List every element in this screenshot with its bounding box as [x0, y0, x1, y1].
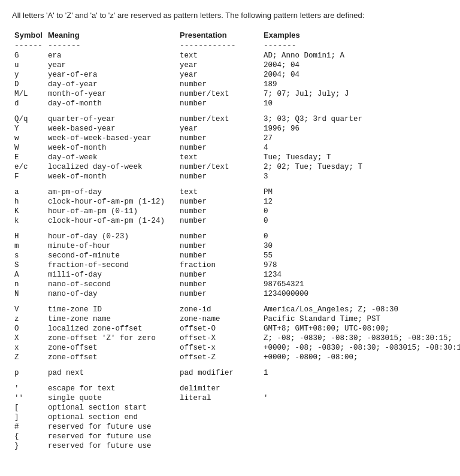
cell-meaning: optional section end — [48, 413, 180, 422]
cell-presentation: number — [180, 99, 264, 108]
table-row: x zone-offset offset-x +0000; -08; -0830… — [12, 343, 460, 353]
divider-examples: ------- — [264, 40, 460, 51]
table-row: N nano-of-day number 1234000000 — [12, 289, 460, 299]
cell-symbol: Z — [12, 353, 48, 362]
table-spacer-row — [12, 108, 460, 114]
cell-symbol: '' — [12, 393, 48, 403]
cell-presentation: text — [180, 187, 264, 197]
cell-examples: America/Los_Angeles; Z; -08:30 — [264, 305, 460, 314]
cell-symbol: m — [12, 241, 48, 251]
table-row: V time-zone ID zone-id America/Los_Angel… — [12, 305, 460, 314]
cell-presentation: offset-X — [180, 333, 264, 343]
cell-presentation: number/text — [180, 114, 264, 124]
table-row: d day-of-month number 10 — [12, 99, 460, 108]
cell-symbol: y — [12, 70, 48, 80]
cell-symbol: h — [12, 197, 48, 207]
cell-examples: GMT+8; GMT+08:00; UTC-08:00; — [264, 324, 460, 333]
table-row: # reserved for future use — [12, 422, 460, 432]
cell-symbol: G — [12, 51, 48, 60]
cell-meaning: localized day-of-week — [48, 162, 180, 172]
cell-meaning: optional section start — [48, 403, 180, 413]
cell-symbol: E — [12, 153, 48, 162]
table-row: H hour-of-day (0-23) number 0 — [12, 232, 460, 241]
cell-meaning: pad next — [48, 368, 180, 378]
cell-presentation: number — [180, 80, 264, 89]
cell-presentation: offset-Z — [180, 353, 264, 362]
cell-examples: 1234 — [264, 270, 460, 280]
table-divider: ------ ------- ------------ ------- — [12, 40, 460, 51]
cell-meaning: month-of-year — [48, 89, 180, 99]
cell-meaning: milli-of-day — [48, 270, 180, 280]
table-row: } reserved for future use — [12, 441, 460, 451]
cell-presentation: number — [180, 280, 264, 289]
cell-symbol: H — [12, 232, 48, 241]
table-row: [ optional section start — [12, 403, 460, 413]
cell-examples — [264, 432, 460, 441]
cell-examples — [264, 403, 460, 413]
cell-symbol: w — [12, 134, 48, 143]
cell-meaning: quarter-of-year — [48, 114, 180, 124]
cell-examples: ' — [264, 393, 460, 403]
cell-presentation — [180, 441, 264, 451]
cell-examples: 55 — [264, 251, 460, 260]
table-row: h clock-hour-of-am-pm (1-12) number 12 — [12, 197, 460, 207]
cell-examples: 0 — [264, 207, 460, 216]
table-row: k clock-hour-of-am-pm (1-24) number 0 — [12, 216, 460, 226]
cell-meaning: nano-of-second — [48, 280, 180, 289]
cell-symbol: V — [12, 305, 48, 314]
cell-presentation: text — [180, 51, 264, 60]
cell-presentation: offset-x — [180, 343, 264, 353]
cell-presentation: number — [180, 134, 264, 143]
cell-presentation: number — [180, 241, 264, 251]
cell-examples: AD; Anno Domini; A — [264, 51, 460, 60]
cell-meaning: second-of-minute — [48, 251, 180, 260]
cell-symbol: u — [12, 60, 48, 70]
cell-symbol: ] — [12, 413, 48, 422]
cell-symbol: M/L — [12, 89, 48, 99]
cell-meaning: year-of-era — [48, 70, 180, 80]
cell-examples: 30 — [264, 241, 460, 251]
table-spacer-row — [12, 226, 460, 232]
cell-presentation: year — [180, 124, 264, 134]
col-meaning-header: Meaning — [48, 30, 180, 40]
cell-presentation: offset-O — [180, 324, 264, 333]
cell-symbol: X — [12, 333, 48, 343]
cell-meaning: year — [48, 60, 180, 70]
cell-presentation: number — [180, 270, 264, 280]
table-row: z time-zone name zone-name Pacific Stand… — [12, 314, 460, 324]
table-row: W week-of-month number 4 — [12, 143, 460, 153]
divider-presentation: ------------ — [180, 40, 264, 51]
cell-meaning: nano-of-day — [48, 289, 180, 299]
cell-meaning: week-of-week-based-year — [48, 134, 180, 143]
table-row: '' single quote literal ' — [12, 393, 460, 403]
cell-examples: PM — [264, 187, 460, 197]
intro-text: All letters 'A' to 'Z' and 'a' to 'z' ar… — [12, 10, 448, 22]
cell-symbol: a — [12, 187, 48, 197]
table-row: S fraction-of-second fraction 978 — [12, 260, 460, 270]
col-presentation-header: Presentation — [180, 30, 264, 40]
cell-meaning: week-based-year — [48, 124, 180, 134]
table-row: O localized zone-offset offset-O GMT+8; … — [12, 324, 460, 333]
cell-examples: 2004; 04 — [264, 70, 460, 80]
table-spacer-row — [12, 362, 460, 368]
cell-examples: Tue; Tuesday; T — [264, 153, 460, 162]
cell-meaning: zone-offset — [48, 343, 180, 353]
table-spacer-row — [12, 299, 460, 305]
cell-meaning: fraction-of-second — [48, 260, 180, 270]
cell-meaning: day-of-week — [48, 153, 180, 162]
table-row: e/c localized day-of-week number/text 2;… — [12, 162, 460, 172]
divider-meaning: ------- — [48, 40, 180, 51]
cell-presentation: number — [180, 232, 264, 241]
table-row: u year year 2004; 04 — [12, 60, 460, 70]
cell-meaning: week-of-month — [48, 143, 180, 153]
cell-examples: 1996; 96 — [264, 124, 460, 134]
cell-meaning: day-of-month — [48, 99, 180, 108]
cell-presentation: year — [180, 70, 264, 80]
cell-presentation: literal — [180, 393, 264, 403]
table-row: n nano-of-second number 987654321 — [12, 280, 460, 289]
cell-meaning: minute-of-hour — [48, 241, 180, 251]
table-row: w week-of-week-based-year number 27 — [12, 134, 460, 143]
table-row: Z zone-offset offset-Z +0000; -0800; -08… — [12, 353, 460, 362]
cell-meaning: escape for text — [48, 384, 180, 393]
cell-meaning: zone-offset — [48, 353, 180, 362]
